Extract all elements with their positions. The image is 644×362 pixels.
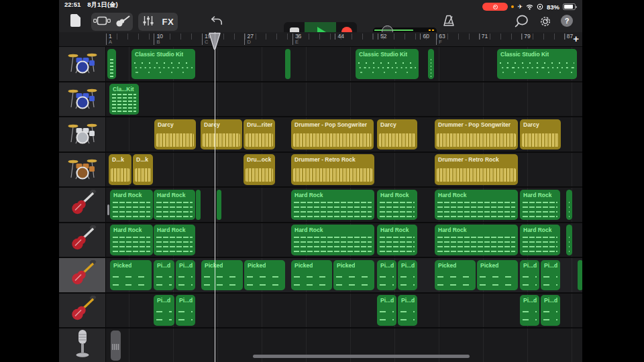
- region-darcy[interactable]: Darcy: [154, 119, 196, 150]
- region-pi-d[interactable]: Pi...d: [541, 260, 560, 291]
- region-classic-studio-kit[interactable]: Classic Studio Kit: [497, 49, 577, 80]
- region-hard-rock[interactable]: Hard Rock: [291, 225, 374, 255]
- region-hard-rock[interactable]: Hard Rock: [291, 190, 374, 221]
- region-pi-d[interactable]: Pi...d: [154, 295, 174, 326]
- region-pi-d[interactable]: Pi...d: [377, 295, 396, 326]
- region-drummer-retro-rock[interactable]: Drummer - Retro Rock: [291, 154, 374, 185]
- add-bars-button[interactable]: +: [573, 33, 579, 44]
- region-sliver-rows[interactable]: [566, 225, 572, 255]
- region-pi-d[interactable]: Pi...d: [520, 295, 539, 326]
- track-header-drums-classic-2[interactable]: [59, 82, 106, 117]
- region-drummer-pop-songwriter[interactable]: Drummer - Pop Songwriter: [291, 119, 374, 150]
- region-hard-rock[interactable]: Hard Rock: [520, 190, 560, 221]
- region-sliver-rows[interactable]: [196, 190, 201, 221]
- ruler-marker-bar-10[interactable]: 10B: [154, 34, 162, 45]
- ruler-marker-bar-36[interactable]: 36E: [292, 34, 301, 45]
- track-header-guitar-hard-rock-1[interactable]: [59, 188, 106, 222]
- ruler-marker-bar-87[interactable]: 87: [564, 34, 573, 40]
- region-hard-rock[interactable]: Hard Rock: [435, 225, 518, 255]
- region-picked[interactable]: Picked: [333, 260, 374, 291]
- region-darcy[interactable]: Darcy: [520, 119, 561, 150]
- ruler-marker-bar-44[interactable]: 44: [335, 34, 343, 40]
- region-sliver-rows[interactable]: [578, 260, 582, 291]
- region-cla-kit[interactable]: Cla...Kit: [109, 84, 139, 115]
- track-lane-drums-pop-songwriter[interactable]: DarcyDarcyDru...riterDrummer - Pop Songw…: [106, 117, 582, 152]
- region-sliver-rows[interactable]: [217, 190, 221, 221]
- mixer-button[interactable]: [138, 13, 158, 31]
- track-lane-drums-classic-2[interactable]: Cla...Kit: [106, 82, 582, 117]
- region-picked[interactable]: Picked: [477, 260, 518, 291]
- track-lane-drums-retro-rock[interactable]: D...kD...kDru...ockDrummer - Retro RockD…: [106, 153, 582, 187]
- region-hard-rock[interactable]: Hard Rock: [377, 190, 417, 221]
- fx-button[interactable]: FX: [158, 13, 178, 31]
- track-header-bass-picked-1[interactable]: [59, 258, 106, 292]
- track-header-audio-mic[interactable]: [59, 328, 106, 362]
- region-picked[interactable]: Picked: [110, 260, 152, 291]
- track-header-drums-pop-songwriter[interactable]: [59, 117, 106, 152]
- region-hard-rock[interactable]: Hard Rock: [154, 190, 195, 221]
- ruler-marker-bar-63[interactable]: 63F: [436, 34, 445, 45]
- region-dru-riter[interactable]: Dru...riter: [244, 119, 275, 150]
- region-dru-ock[interactable]: Dru...ock: [244, 154, 275, 185]
- region-hard-rock[interactable]: Hard Rock: [154, 225, 195, 255]
- track-header-drums-retro-rock[interactable]: [59, 153, 106, 187]
- region-pi-d[interactable]: Pi...d: [154, 260, 174, 291]
- track-lane-drums-classic-1[interactable]: Classic Studio KitClassic Studio KitClas…: [106, 47, 582, 81]
- region-drummer-pop-songwriter[interactable]: Drummer - Pop Songwriter: [435, 119, 518, 150]
- region-hard-rock[interactable]: Hard Rock: [110, 225, 153, 255]
- document-browser-button[interactable]: [70, 14, 80, 27]
- region-picked[interactable]: Picked: [244, 260, 285, 291]
- song-settings-button[interactable]: [539, 15, 552, 31]
- region-pi-d[interactable]: Pi...d: [176, 295, 195, 326]
- region-hard-rock[interactable]: Hard Rock: [110, 190, 153, 221]
- ruler-marker-bar-79[interactable]: 79: [521, 34, 530, 40]
- region-hard-rock[interactable]: Hard Rock: [435, 190, 518, 221]
- track-lane-guitar-hard-rock-2[interactable]: Hard RockHard RockHard RockHard RockHard…: [106, 223, 582, 257]
- region-d-k[interactable]: D...k: [109, 154, 131, 185]
- ruler-marker-bar-27[interactable]: 27D: [244, 34, 253, 45]
- vertical-scrollbar[interactable]: [107, 204, 109, 215]
- ruler-marker-bar-52[interactable]: 52: [378, 34, 386, 40]
- ruler-marker-bar-60[interactable]: 60: [420, 34, 429, 40]
- region-picked[interactable]: Picked: [291, 260, 332, 291]
- bar-ruler[interactable]: + 1A10B19C27D36E44526063F717987: [59, 32, 582, 47]
- region-pi-d[interactable]: Pi...d: [398, 260, 417, 291]
- help-button[interactable]: ?: [561, 15, 573, 27]
- region-pi-d[interactable]: Pi...d: [520, 260, 539, 291]
- track-lane-bass-picked-1[interactable]: PickedPi...dPi...dPickedPickedPickedPick…: [106, 258, 582, 292]
- region-sliver-notes[interactable]: [107, 49, 116, 80]
- region-picked[interactable]: Picked: [435, 260, 476, 291]
- region-pi-d[interactable]: Pi...d: [377, 260, 396, 291]
- region-picked[interactable]: Picked: [201, 260, 243, 291]
- region-hard-rock[interactable]: Hard Rock: [520, 225, 560, 255]
- record-icon: [493, 5, 498, 9]
- region-d-k[interactable]: D...k: [133, 154, 153, 185]
- region-pi-d[interactable]: Pi...d: [398, 295, 417, 326]
- region-drummer-retro-rock[interactable]: Drummer - Retro Rock: [435, 154, 518, 185]
- region-classic-studio-kit[interactable]: Classic Studio Kit: [131, 49, 195, 80]
- loop-browser-button[interactable]: [515, 15, 529, 30]
- track-header-guitar-hard-rock-2[interactable]: [59, 223, 106, 257]
- undo-button[interactable]: [211, 15, 223, 29]
- region-pi-d[interactable]: Pi...d: [176, 260, 195, 291]
- ruler-marker-bar-1[interactable]: 1A: [106, 34, 112, 45]
- track-header-bass-picked-2[interactable]: [59, 294, 106, 328]
- region-darcy[interactable]: Darcy: [377, 119, 417, 150]
- track-lane-bass-picked-2[interactable]: Pi...dPi...dPi...dPi...dPi...dPi...d: [106, 294, 582, 328]
- region-sliver-rows[interactable]: [566, 190, 572, 221]
- instrument-view-button[interactable]: [112, 13, 133, 31]
- ruler-marker-bar-71[interactable]: 71: [479, 34, 488, 40]
- metronome-button[interactable]: [442, 15, 455, 29]
- region-audio-gray[interactable]: [111, 330, 121, 361]
- region-sliver-notes[interactable]: [285, 49, 290, 80]
- region-sliver-notes[interactable]: [428, 49, 434, 80]
- region-darcy[interactable]: Darcy: [201, 119, 242, 150]
- region-hard-rock[interactable]: Hard Rock: [377, 225, 417, 255]
- playhead-handle[interactable]: [208, 32, 221, 53]
- region-pi-d[interactable]: Pi...d: [541, 295, 560, 326]
- horizontal-scrollbar[interactable]: [253, 355, 470, 358]
- tracks-view-button[interactable]: [91, 13, 112, 31]
- track-header-drums-classic-1[interactable]: [59, 47, 106, 81]
- track-lane-guitar-hard-rock-1[interactable]: Hard RockHard RockHard RockHard RockHard…: [106, 188, 582, 222]
- region-classic-studio-kit[interactable]: Classic Studio Kit: [356, 49, 419, 80]
